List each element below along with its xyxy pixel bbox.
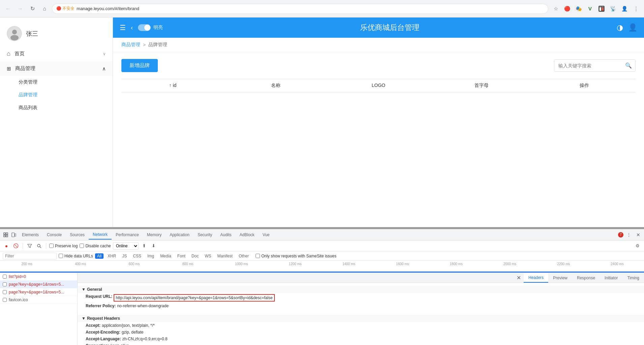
filter-type-js[interactable]: JS [120,253,129,259]
filter-type-doc[interactable]: Doc [189,253,201,259]
request-checkbox-page2[interactable] [3,290,7,294]
filter-type-all[interactable]: All [95,253,104,259]
menu-button[interactable]: ⋮ [631,4,641,13]
ext3-button[interactable]: V [585,4,595,13]
back-button[interactable]: ← [3,4,13,13]
hide-data-urls-checkbox[interactable]: Hide data URLs [59,254,93,258]
tab-elements[interactable]: Elements [18,230,43,239]
clear-button[interactable]: 🚫 [12,242,20,250]
filter-type-manifest[interactable]: Manifest [215,253,235,259]
devtools-close-button[interactable]: ✕ [634,231,642,239]
sidebar-item-brand-mgmt[interactable]: 品牌管理 [0,89,113,101]
header-back-icon[interactable]: ‹ [131,24,133,31]
hamburger-icon[interactable]: ☰ [120,24,126,32]
request-checkbox-page1[interactable] [3,282,7,286]
request-item-favicon[interactable]: favicon.ico [0,296,77,304]
accept-value: application/json, text/plain, */* [102,323,155,328]
record-button[interactable]: ● [3,242,10,250]
search-input[interactable] [554,60,622,71]
theme-toggle[interactable]: 明亮 [138,24,163,31]
settings-icon[interactable]: ⚙ [634,242,641,250]
devtools-more-button[interactable]: ⋮ [625,231,633,239]
star-button[interactable]: ☆ [551,4,560,13]
col-initial: 首字母 [430,83,533,89]
inspect-element-button[interactable] [2,231,10,239]
filter-type-img[interactable]: Img [145,253,156,259]
home-button[interactable]: ⌂ [40,4,49,13]
filter-type-ws[interactable]: WS [203,253,213,259]
request-item-page1[interactable]: page?key=&page=1&rows=5... [0,281,77,288]
url-text: manage.leyou.com/#/item/brand [77,6,139,11]
brightness-icon[interactable]: ◑ [617,23,623,32]
tab-vue[interactable]: Vue [259,230,274,239]
tab-audits[interactable]: Audits [216,230,235,239]
detail-tab-response[interactable]: Response [572,273,600,283]
throttle-select[interactable]: Online Offline Slow 3G Fast 3G [113,242,139,250]
cast-button[interactable]: 📡 [608,4,618,13]
ext4-button[interactable]: 3 [597,4,606,13]
request-headers-section-header[interactable]: ▼ Request Headers [78,315,644,322]
tab-memory[interactable]: Memory [143,230,166,239]
sidebar-item-goods-mgmt[interactable]: ⊞ 商品管理 ∧ [0,61,113,76]
tab-adblock[interactable]: AdBlock [236,230,259,239]
disable-cache-input[interactable] [80,244,84,248]
samesite-input[interactable] [256,254,260,258]
tl-600: 600 ms [107,262,161,266]
tab-security[interactable]: Security [194,230,216,239]
devtools-tabs: Elements Console Sources Network Perform… [0,229,644,241]
tab-performance[interactable]: Performance [112,230,143,239]
tl-200: 200 ms [0,262,54,266]
upload-icon[interactable]: ⬆ [141,242,148,250]
sidebar-item-category-mgmt[interactable]: 分类管理 [0,76,113,89]
request-detail: ✕ Headers Preview Response Initiator Tim… [78,273,644,345]
search-button[interactable]: 🔍 [622,60,635,71]
sidebar-item-goods-list[interactable]: 商品列表 [0,101,113,114]
filter-type-other[interactable]: Other [237,253,251,259]
request-checkbox-list[interactable] [3,275,7,279]
address-bar[interactable]: 🔴 不安全 manage.leyou.com/#/item/brand [52,4,548,14]
table-header: ↑ id 名称 LOGO 首字母 操作 [121,79,636,92]
request-checkbox-favicon[interactable] [3,298,7,302]
detail-tab-preview[interactable]: Preview [548,273,572,283]
samesite-checkbox[interactable]: Only show requests with SameSite issues [256,254,336,258]
error-badge: 7 [618,232,623,238]
filter-type-font[interactable]: Font [175,253,187,259]
request-item-list[interactable]: list?pid=0 [0,273,77,281]
reload-button[interactable]: ↻ [28,4,37,13]
forward-button[interactable]: → [16,4,25,13]
tab-sources[interactable]: Sources [66,230,89,239]
toggle-switch[interactable] [138,24,151,31]
preserve-log-input[interactable] [49,244,54,248]
sidebar-item-home[interactable]: ⌂ 首页 ∨ [0,46,113,61]
add-brand-button[interactable]: 新增品牌 [121,59,158,72]
breadcrumb-parent[interactable]: 商品管理 [121,42,140,48]
search-network-button[interactable] [35,242,43,250]
preserve-log-checkbox[interactable]: Preserve log [49,244,78,248]
detail-tab-timing[interactable]: Timing [622,273,644,283]
insecure-icon: 🔴 不安全 [56,6,75,11]
detail-close-button[interactable]: ✕ [514,273,524,283]
hide-data-urls-input[interactable] [59,254,63,258]
network-filter-input[interactable] [3,253,57,259]
tab-application[interactable]: Application [166,230,194,239]
user-profile-button[interactable]: 👤 [620,4,629,13]
ext1-button[interactable]: 🔴 [562,4,572,13]
tab-network[interactable]: Network [89,230,112,240]
filter-type-css[interactable]: CSS [131,253,143,259]
category-mgmt-label: 分类管理 [19,79,37,85]
filter-type-xhr[interactable]: XHR [106,253,118,259]
download-icon[interactable]: ⬇ [150,242,157,250]
general-section-header[interactable]: ▼ General [78,286,644,293]
detail-tab-headers[interactable]: Headers [524,273,548,283]
device-toggle-button[interactable] [10,231,18,239]
filter-button[interactable] [26,242,33,250]
detail-tab-initiator[interactable]: Initiator [600,273,622,283]
accept-row: Accept: application/json, text/plain, */… [78,322,644,329]
ext2-button[interactable]: 🎭 [574,4,583,13]
disable-cache-checkbox[interactable]: Disable cache [80,244,111,248]
network-toolbar: ● 🚫 Preserve log Disable cache Online Of… [0,241,644,251]
user-icon[interactable]: 👤 [628,23,637,32]
tab-console[interactable]: Console [43,230,66,239]
request-item-page2[interactable]: page?key=&page=1&rows=5... [0,288,77,296]
filter-type-media[interactable]: Media [158,253,173,259]
